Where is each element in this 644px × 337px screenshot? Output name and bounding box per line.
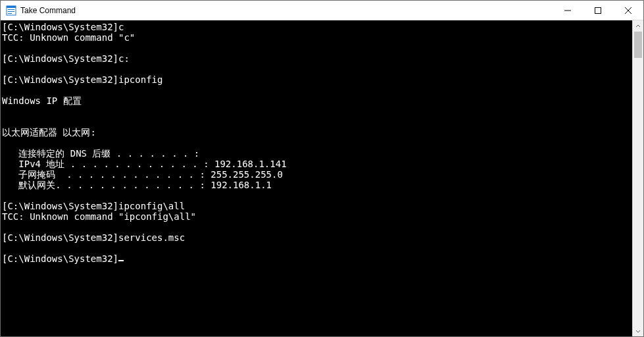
svg-rect-2 [8,9,14,10]
client-area: [C:\Windows\System32]c TCC: Unknown comm… [1,20,643,336]
scrollbar-track[interactable] [633,32,643,325]
scroll-down-arrow-icon[interactable] [633,325,643,336]
scrollbar-thumb[interactable] [634,32,642,58]
minimize-button[interactable] [553,1,583,20]
maximize-button[interactable] [583,1,613,20]
svg-rect-6 [595,7,601,13]
vertical-scrollbar[interactable] [632,20,643,336]
svg-rect-3 [8,11,14,12]
window-title: Take Command [20,6,76,15]
scroll-up-arrow-icon[interactable] [633,20,643,32]
terminal-output[interactable]: [C:\Windows\System32]c TCC: Unknown comm… [1,20,632,336]
close-button[interactable] [613,1,643,20]
svg-rect-4 [8,13,12,14]
svg-rect-1 [7,6,16,8]
app-icon [6,5,16,16]
app-window: Take Command [C:\Windows\System32]c TCC:… [0,0,644,337]
cursor [118,260,124,261]
title-bar[interactable]: Take Command [1,1,643,20]
